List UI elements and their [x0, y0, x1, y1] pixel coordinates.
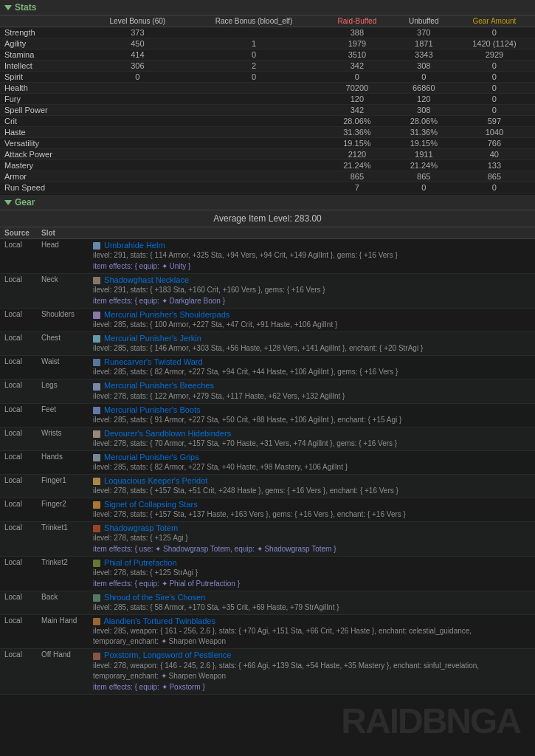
stat-unbuffed: 19.15% [394, 138, 454, 149]
gear-slot: Feet [37, 403, 89, 427]
stat-name: Run Speed [0, 182, 88, 193]
item-name[interactable]: Mercurial Punisher's Breeches [104, 381, 214, 390]
stat-raid-buffed: 19.15% [320, 138, 394, 149]
gear-source: Local [0, 615, 37, 649]
gear-row: Local Wrists Devourer's Sandblown Hidebi… [0, 427, 535, 450]
item-details: ilevel: 278, weapon: { 146 - 245, 2.6 },… [93, 661, 531, 681]
item-name[interactable]: Umbrahide Helm [104, 241, 165, 250]
stat-race-bonus: 2 [187, 61, 320, 72]
gear-row: Local Legs Mercurial Punisher's Breeches… [0, 379, 535, 403]
item-details: ilevel: 291, stats: { +183 Sta, +160 Cri… [93, 285, 531, 295]
stat-raid-buffed: 342 [320, 61, 394, 72]
stats-row: Stamina 414 0 3510 3343 2929 [0, 49, 535, 61]
stat-race-bonus [187, 94, 320, 105]
stat-gear-amount: 133 [454, 160, 535, 171]
stat-name: Mastery [0, 160, 88, 171]
item-name[interactable]: Alandien's Tortured Twinblades [103, 616, 215, 625]
gear-header: Gear [0, 195, 535, 210]
stats-header: Stats [0, 0, 535, 16]
stats-row: Versatility 19.15% 19.15% 766 [0, 138, 535, 149]
item-details: ilevel: 291, stats: { 114 Armor, +325 St… [93, 250, 531, 261]
stat-gear-amount: 40 [454, 149, 535, 160]
stat-name: Intellect [0, 61, 88, 72]
item-effects: item effects: { equip: ✦ Darkglare Boon … [93, 296, 531, 306]
item-details: ilevel: 278, stats: { +125 StrAgi } [93, 568, 531, 578]
gear-row: Local Shoulders Mercurial Punisher's Sho… [0, 309, 535, 332]
col-raid-buffed: Raid-Buffed [320, 16, 394, 27]
item-icon-trinket1 [93, 525, 100, 532]
item-icon-waist [93, 359, 100, 366]
col-level-bonus: Level Bonus (60) [88, 16, 187, 27]
item-name-row: Loquacious Keeper's Peridot [93, 476, 531, 485]
stats-row: Intellect 306 2 342 308 0 [0, 61, 535, 72]
stat-unbuffed: 0 [394, 182, 454, 193]
gear-row: Local Feet Mercurial Punisher's Boots il… [0, 403, 535, 427]
gear-item-info: Mercurial Punisher's Boots ilevel: 285, … [89, 403, 535, 427]
stat-race-bonus [187, 160, 320, 171]
item-name[interactable]: Mercurial Punisher's Grips [104, 453, 199, 461]
gear-item-info: Devourer's Sandblown Hidebinders ilevel:… [89, 427, 535, 450]
gear-slot: Chest [37, 332, 89, 356]
watermark: RAIDBNGA [341, 701, 520, 741]
stat-level-bonus [88, 171, 187, 182]
stat-name: Spell Power [0, 105, 88, 116]
stats-table: Level Bonus (60) Race Bonus (blood_elf) … [0, 16, 535, 193]
item-name-row: Mercurial Punisher's Breeches [93, 381, 531, 390]
item-icon-legs [93, 383, 100, 391]
stat-gear-amount: 2929 [454, 49, 535, 61]
stat-gear-amount: 0 [454, 27, 535, 38]
gear-row: Local Trinket1 Shadowgrasp Totem ilevel:… [0, 522, 535, 557]
gear-col-item [89, 227, 535, 239]
stat-unbuffed: 1871 [394, 38, 454, 49]
stat-raid-buffed: 21.24% [320, 160, 394, 171]
stat-name: Fury [0, 94, 88, 105]
stat-level-bonus [88, 105, 187, 116]
stat-race-bonus [187, 149, 320, 160]
item-name-row: Shadowghast Necklace [93, 275, 531, 284]
item-name[interactable]: Phial of Putrefaction [104, 558, 176, 567]
item-name[interactable]: Loquacious Keeper's Peridot [104, 476, 207, 485]
item-name[interactable]: Signet of Collapsing Stars [104, 500, 198, 509]
item-name[interactable]: Runecarver's Twisted Ward [104, 357, 203, 366]
stat-level-bonus [88, 160, 187, 171]
stat-race-bonus: 1 [187, 38, 320, 49]
stat-raid-buffed: 70200 [320, 83, 394, 94]
item-name[interactable]: Shroud of the Sire's Chosen [104, 593, 205, 602]
item-name[interactable]: Shadowgrasp Totem [104, 523, 178, 532]
stat-gear-amount: 0 [454, 94, 535, 105]
item-details: ilevel: 278, stats: { +157 Sta, +51 Crit… [93, 486, 531, 496]
gear-collapse-triangle[interactable] [4, 200, 12, 205]
stat-raid-buffed: 120 [320, 94, 394, 105]
item-icon-hands [93, 454, 100, 461]
stat-race-bonus: 0 [187, 72, 320, 83]
item-name[interactable]: Devourer's Sandblown Hidebinders [104, 429, 231, 438]
item-icon-back [93, 594, 100, 602]
stat-gear-amount: 1040 [454, 127, 535, 138]
gear-title: Gear [15, 197, 35, 207]
item-name[interactable]: Mercurial Punisher's Boots [104, 405, 201, 414]
item-name[interactable]: Poxstorm, Longsword of Pestilence [104, 650, 231, 659]
stat-level-bonus [88, 182, 187, 193]
item-name-row: Mercurial Punisher's Shoulderpads [93, 310, 531, 319]
item-name[interactable]: Mercurial Punisher's Jerkin [104, 334, 201, 343]
item-details: ilevel: 285, weapon: { 161 - 256, 2.6 },… [93, 626, 531, 647]
item-details: ilevel: 278, stats: { 70 Armor, +157 Sta… [93, 439, 531, 449]
gear-row: Local Neck Shadowghast Necklace ilevel: … [0, 274, 535, 309]
gear-slot: Legs [37, 379, 89, 403]
item-icon-offhand [93, 653, 100, 660]
gear-source: Local [0, 474, 37, 498]
stat-raid-buffed: 2120 [320, 149, 394, 160]
item-name[interactable]: Shadowghast Necklace [104, 275, 189, 284]
collapse-triangle[interactable] [4, 5, 12, 10]
item-effects: item effects: { equip: ✦ Unity } [93, 261, 531, 272]
gear-slot: Head [37, 239, 89, 274]
gear-source: Local [0, 332, 37, 356]
gear-row: Local Hands Mercurial Punisher's Grips i… [0, 450, 535, 474]
item-name[interactable]: Mercurial Punisher's Shoulderpads [104, 310, 229, 319]
item-details: ilevel: 285, stats: { 82 Armor, +227 Sta… [93, 367, 531, 377]
gear-col-slot: Slot [37, 227, 89, 239]
stat-level-bonus: 0 [88, 72, 187, 83]
stat-race-bonus [187, 138, 320, 149]
gear-row: Local Back Shroud of the Sire's Chosen i… [0, 591, 535, 615]
item-details: ilevel: 285, stats: { 146 Armor, +303 St… [93, 343, 531, 354]
